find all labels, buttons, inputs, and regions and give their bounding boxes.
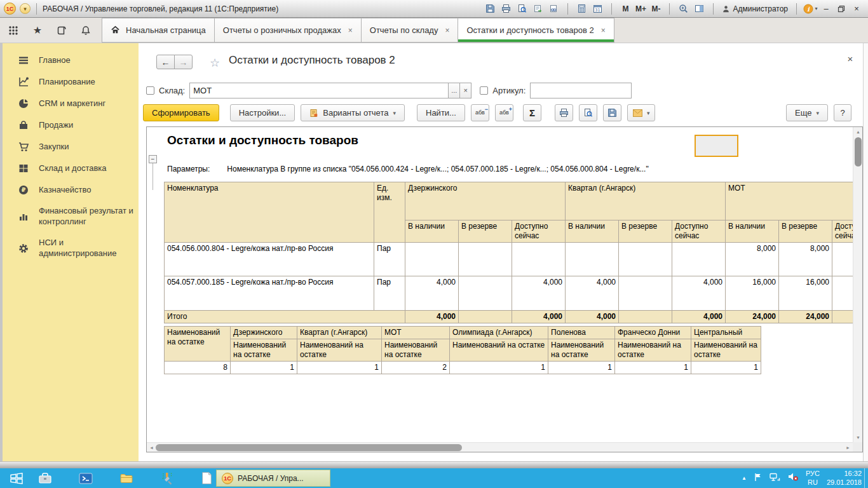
warehouse-header-cell[interactable]: Дзержинского [405,182,566,220]
count-cell[interactable]: 1 [450,362,548,374]
measure-header-cell[interactable]: В резерве [459,220,512,243]
measure-header-cell[interactable]: В наличии [405,220,459,243]
value-cell[interactable]: 4,000 [672,276,726,311]
scroll-up-arrow[interactable]: ▲ [853,127,863,137]
sidebar-item-sales[interactable]: Продажи [3,114,139,136]
warehouse-header-cell[interactable]: МОТ [726,182,853,220]
print-icon[interactable] [498,2,514,16]
save-report-button[interactable] [603,104,621,121]
sidebar-item-main[interactable]: Главное [3,50,139,71]
warehouse-header-cell[interactable]: Квартал (г.Ангарск) [297,327,382,339]
calculator-icon[interactable] [574,2,590,16]
value-cell[interactable] [832,243,853,276]
value-cell[interactable] [459,243,512,276]
total-value-cell[interactable] [619,311,672,323]
help-button[interactable]: ? [834,104,851,121]
subheader-cell[interactable]: Наименований на остатке [297,339,382,362]
taskbar-active-app-button[interactable]: 1С РАБОЧАЯ / Упра... [216,470,330,487]
unit-cell[interactable]: Пар [374,243,405,276]
header-cell[interactable]: Номенклатура [165,182,374,243]
value-cell[interactable]: 4,000 [566,276,619,311]
current-user-button[interactable]: Администратор [722,4,788,13]
count-cell[interactable]: 1 [691,362,761,374]
sidebar-item-warehouse[interactable]: Склад и доставка [3,158,139,179]
close-tab-icon[interactable]: × [348,26,353,35]
server-manager-icon[interactable] [34,468,56,488]
subheader-cell[interactable]: Наименований на остатке [231,339,297,362]
subheader-cell[interactable]: Наименований на остатке [615,339,691,362]
total-value-cell[interactable] [832,311,853,323]
subheader-cell[interactable]: Наименований на остатке [450,339,548,362]
value-cell[interactable]: 16,000 [726,276,779,311]
all-sections-menu-icon[interactable] [8,25,19,36]
sidebar-item-planning[interactable]: Планирование [3,71,139,93]
tab-retail-reports[interactable]: Отчеты о розничных продажах × [214,18,362,43]
warehouse-clear-button[interactable]: × [459,83,471,98]
value-cell[interactable]: 8,000 [779,243,832,276]
count-cell[interactable]: 1 [231,362,297,374]
show-desktop-button[interactable] [864,468,868,488]
preview-button[interactable] [579,104,597,121]
scroll-right-arrow[interactable]: ► [843,443,853,452]
selected-cell[interactable] [695,135,738,157]
total-label-cell[interactable]: Итого [165,311,405,323]
scroll-left-arrow[interactable]: ◄ [147,443,156,452]
generate-button[interactable]: Сформировать [143,104,219,121]
horizontal-scrollbar[interactable]: ◄ ► [147,442,853,452]
count-cell[interactable]: 8 [165,362,231,374]
vertical-scrollbar[interactable]: ▲ ▼ [853,127,862,442]
measure-header-cell[interactable]: В наличии [566,220,619,243]
zoom-icon[interactable] [675,2,691,16]
forward-button[interactable]: → [174,55,193,69]
start-button[interactable] [4,468,29,488]
info-button[interactable]: i▾ [803,2,818,16]
nomenclature-cell[interactable]: 054.057.000.185 - Legre/кожа нат./пр-во … [165,276,374,311]
unit-cell[interactable]: Пар [374,276,405,311]
total-value-cell[interactable]: 4,000 [512,311,566,323]
warehouse-header-cell[interactable]: Франческо Донни [615,327,691,339]
powershell-icon[interactable] [75,468,97,488]
measure-header-cell[interactable]: Доступно сейчас [672,220,726,243]
system-menu-button[interactable]: ▾ [20,3,31,14]
count-cell[interactable]: 2 [382,362,450,374]
restore-button[interactable] [834,2,849,16]
print-preview-icon[interactable] [514,2,530,16]
warehouse-header-cell[interactable]: Центральный [691,327,761,339]
clock[interactable]: 16:32 29.01.2018 [827,470,862,487]
vertical-scroll-thumb[interactable] [855,137,862,166]
value-cell[interactable] [512,243,566,276]
warehouse-header-cell[interactable]: Дзержинского [231,327,297,339]
count-cell[interactable]: 1 [615,362,691,374]
value-cell[interactable] [619,276,672,311]
warehouse-filter-checkbox[interactable] [146,86,154,95]
goto-link-icon[interactable] [530,2,546,16]
subheader-cell[interactable]: Наименований на остатке [691,339,761,362]
print-button[interactable] [555,104,573,121]
file-explorer-icon[interactable] [116,468,137,488]
autosum-button[interactable]: Σ [523,104,541,121]
sidebar-item-financial-result[interactable]: Финансовый результат и контроллинг [3,201,139,233]
value-cell[interactable] [672,243,726,276]
subheader-cell[interactable]: Наименований на остатке [382,339,450,362]
close-tab-icon[interactable]: × [445,26,449,35]
more-button[interactable]: Еще▾ [786,104,828,121]
value-cell[interactable] [832,276,853,311]
notepad-icon[interactable] [197,468,216,488]
count-cell[interactable]: 1 [297,362,382,374]
total-value-cell[interactable] [459,311,512,323]
tab-home[interactable]: Начальная страница [102,18,215,43]
close-window-button[interactable]: × [849,2,864,16]
collapse-group-button[interactable]: − [149,155,157,163]
total-value-cell[interactable]: 24,000 [726,311,779,323]
count-cell[interactable]: 1 [548,362,615,374]
article-filter-checkbox[interactable] [480,86,488,95]
header-cell[interactable]: Ед. изм. [374,182,405,243]
warehouse-header-cell[interactable]: Олимпиада (г.Ангарск) [450,327,548,339]
warehouse-header-cell[interactable]: МОТ [382,327,450,339]
add-to-favorites-star-icon[interactable]: ☆ [210,56,220,70]
nomenclature-cell[interactable]: 054.056.000.804 - Legre/кожа нат./пр-во … [165,243,374,276]
hidden-icons-chevron[interactable]: ▲ [742,475,747,481]
scroll-down-arrow[interactable]: ▼ [853,433,863,442]
horizontal-scroll-thumb[interactable] [156,444,462,451]
app-logo-1c-icon[interactable]: 1С [4,3,16,15]
